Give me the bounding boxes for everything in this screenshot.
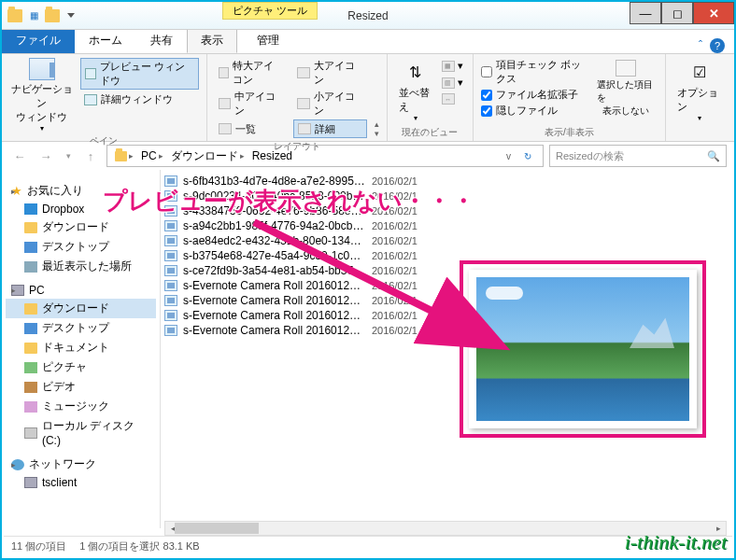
tab-view[interactable]: 表示 [187,28,237,53]
search-input[interactable]: Resizedの検索 🔍 [549,145,727,167]
sidebar-network[interactable]: ▸ネットワーク [6,455,156,474]
file-row[interactable]: s-Evernote Camera Roll 20160129 0...2016… [161,323,432,338]
file-list[interactable]: s-6fb431b3-4d7e-4d8e-a7e2-8995d6...2016/… [161,170,432,528]
file-name: s-a94c2bb1-985f-4776-94a2-0bcb48... [183,219,366,232]
nav-pane-icon [29,58,55,80]
nav-pane-button[interactable]: ナビゲーション ウィンドウ ▾ [9,58,75,133]
file-row[interactable]: s-Evernote Camera Roll 20160129 0...2016… [161,308,432,323]
landscape-photo-icon [476,277,689,421]
sidebar-recent[interactable]: 最近表示した場所 [6,257,156,276]
image-file-icon [164,205,177,217]
preview-pane-button[interactable]: プレビュー ウィンドウ [80,58,199,90]
file-row[interactable]: s-a94c2bb1-985f-4776-94a2-0bcb48...2016/… [161,218,432,233]
layout-medium[interactable]: 中アイコン [215,89,286,119]
sidebar-desktop[interactable]: デスクトップ [6,237,156,257]
sidebar-pc-desktop[interactable]: デスクトップ [6,318,156,338]
qat-newfolder-icon[interactable] [45,8,60,23]
image-file-icon [164,325,177,336]
sidebar-documents[interactable]: ドキュメント [6,338,156,357]
sidebar-pc-downloads[interactable]: ダウンロード [6,299,156,318]
system-menu-icon[interactable] [7,8,22,23]
main-area: ▸★お気に入り Dropbox ダウンロード デスクトップ 最近表示した場所 ▸… [2,170,734,528]
tab-manage[interactable]: 管理 [243,28,293,53]
scroll-thumb[interactable] [175,523,259,534]
file-row[interactable]: s-9dc00234-80fe-40bc-8513-000b41...2016/… [161,189,432,203]
address-bar[interactable]: ▸ PC ▸ ダウンロード ▸ Resized v ↻ [106,145,544,167]
layout-large[interactable]: 大アイコン [293,58,366,88]
layout-list[interactable]: 一覧 [215,119,286,138]
tab-home[interactable]: ホーム [75,28,136,53]
recent-icon [24,261,37,273]
breadcrumb-folder[interactable]: Resized [248,149,296,162]
layout-extralarge[interactable]: 特大アイコン [215,58,286,88]
window-title: Resized [347,9,388,22]
file-row[interactable]: s-ce72fd9b-3a54-4e81-ab54-bb378e...2016/… [161,263,432,278]
details-pane-button[interactable]: 詳細ウィンドウ [80,91,199,107]
back-button[interactable]: ← [9,146,30,166]
up-button[interactable]: ↑ [80,146,101,166]
forward-button[interactable]: → [35,146,56,166]
sizecolumns-button[interactable]: ↔ [440,91,465,106]
preview-pane [432,170,734,528]
breadcrumb-pc[interactable]: PC ▸ [137,149,167,162]
help-icon[interactable]: ? [710,38,725,53]
file-date: 2016/02/1 [372,250,418,261]
groupby-button[interactable]: ▦▾ [440,58,465,74]
file-date: 2016/02/1 [372,175,418,187]
hide-icon [616,60,636,77]
qat-dropdown-icon[interactable] [64,8,78,23]
file-row[interactable]: s-6fb431b3-4d7e-4d8e-a7e2-8995d6...2016/… [161,174,432,189]
sidebar-favorites[interactable]: ▸★お気に入り [6,181,156,201]
preview-pane-icon [85,68,97,79]
checkbox-hidden[interactable]: 隠しファイル [481,104,589,118]
checkbox-itemcheck[interactable]: 項目チェック ボックス [481,58,589,86]
file-row[interactable]: s-43384750-0652-4e76-9b86-58e644...2016/… [161,203,432,218]
tab-file[interactable]: ファイル [2,28,75,53]
hide-selected-button[interactable]: 選択した項目を 表示しない [595,58,658,119]
minimize-button[interactable]: — [630,2,661,24]
sort-button[interactable]: ⇅ 並べ替え▾ [395,58,436,124]
sidebar-pc[interactable]: ▸PC [6,282,156,299]
file-row[interactable]: s-b3754e68-427e-45a4-9c50-1c0837...2016/… [161,248,432,263]
file-row[interactable]: s-Evernote Camera Roll 20160129 0...2016… [161,293,432,308]
sidebar-videos[interactable]: ビデオ [6,377,156,397]
ribbon-group-options: ☑ オプション▾ [666,54,734,141]
file-date: 2016/02/1 [372,190,418,202]
layout-small[interactable]: 小アイコン [293,89,366,119]
sizecol-icon: ↔ [442,93,455,105]
addr-dropdown-icon[interactable]: v [506,151,511,161]
contextual-tools-label: ピクチャ ツール [222,2,318,20]
breadcrumb-downloads[interactable]: ダウンロード ▸ [167,148,248,164]
preview-thumbnail [469,270,697,428]
refresh-button[interactable]: ↻ [517,151,539,161]
sidebar-dropbox[interactable]: Dropbox [6,201,156,217]
qat-props-icon[interactable]: ▦ [26,8,41,23]
image-file-icon [164,280,177,291]
file-date: 2016/02/1 [372,310,418,321]
sidebar-localdisk[interactable]: ローカル ディスク (C:) [6,416,156,449]
ribbon-group-panes: ナビゲーション ウィンドウ ▾ プレビュー ウィンドウ 詳細ウィンドウ ペイン [2,54,207,141]
ribbon-group-layout: 特大アイコン 大アイコン 中アイコン 小アイコン 一覧 詳細 ▴▾ レイアウト [207,54,388,141]
checkbox-extensions[interactable]: ファイル名拡張子 [481,88,589,102]
file-name: s-Evernote Camera Roll 20160129 0... [183,309,366,322]
sidebar-pictures[interactable]: ピクチャ [6,357,156,377]
file-row[interactable]: s-ae84edc2-e432-431b-80e0-134ed8...2016/… [161,233,432,248]
sidebar-downloads[interactable]: ダウンロード [6,217,156,237]
title-bar: ▦ ピクチャ ツール Resized — ◻ ✕ [2,2,734,30]
tab-share[interactable]: 共有 [136,28,187,53]
file-area: s-6fb431b3-4d7e-4d8e-a7e2-8995d6...2016/… [161,170,734,528]
file-row[interactable]: s-Evernote Camera Roll 20160129 0...2016… [161,278,432,293]
sidebar-music[interactable]: ミュージック [6,397,156,416]
history-dropdown[interactable]: ▾ [62,146,75,166]
videos-icon [24,382,37,393]
status-selection: 1 個の項目を選択 83.1 KB [79,539,199,553]
sidebar-tsclient[interactable]: tsclient [6,474,156,491]
layout-details[interactable]: 詳細 [293,119,366,138]
maximize-button[interactable]: ◻ [661,2,693,24]
addcolumns-button[interactable]: ▥▾ [440,75,465,91]
options-button[interactable]: ☑ オプション▾ [673,58,727,124]
ribbon-collapse-icon[interactable]: ˆ [699,39,702,52]
file-name: s-Evernote Camera Roll 20160129 0... [183,324,366,337]
close-button[interactable]: ✕ [693,2,734,24]
file-name: s-43384750-0652-4e76-9b86-58e644... [183,204,366,217]
